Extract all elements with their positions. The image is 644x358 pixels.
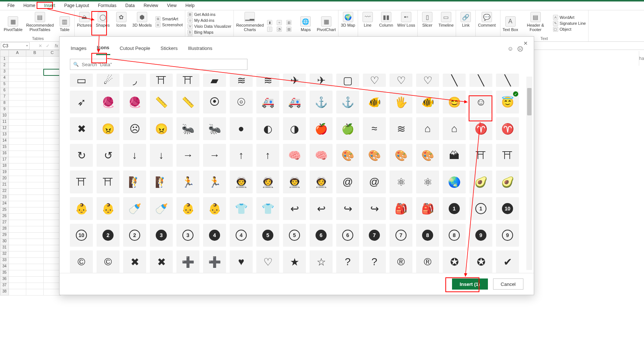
cell-A16[interactable] — [9, 151, 26, 157]
cell-C6[interactable] — [44, 88, 61, 94]
search-input[interactable] — [81, 61, 244, 68]
cell-A37[interactable] — [9, 283, 26, 289]
row-header-37[interactable]: 37 — [0, 283, 9, 289]
header-footer-button[interactable]: ▤Header & Footer — [522, 12, 549, 32]
cell-C14[interactable] — [44, 138, 61, 145]
row-header-19[interactable]: 19 — [0, 170, 9, 176]
cell-B12[interactable] — [26, 126, 44, 132]
icon-tile-h4[interactable]: ⛩ — [176, 74, 199, 87]
icon-tile-h2[interactable]: ◞ — [123, 74, 146, 87]
icon-tile-53[interactable]: 🧗 — [123, 170, 146, 193]
col-header-b[interactable]: B — [26, 50, 44, 57]
cell-C18[interactable] — [44, 163, 61, 170]
cell-A12[interactable] — [9, 126, 26, 132]
row-header-4[interactable]: 4 — [0, 75, 9, 82]
icon-tile-42[interactable]: 🧠 — [283, 144, 306, 167]
col-header-a[interactable]: A — [9, 50, 26, 57]
icon-tile-98[interactable]: 8 — [416, 224, 439, 247]
row-header-30[interactable]: 30 — [0, 239, 9, 245]
smartart-button[interactable]: ⧉SmartArt — [155, 16, 183, 21]
icon-tile-73[interactable]: 👶 — [203, 197, 226, 220]
recommended-charts-button[interactable]: ▁▂Recommended Charts — [236, 12, 263, 32]
icon-tile-h14[interactable]: ╲ — [443, 74, 466, 87]
cell-A25[interactable] — [9, 207, 26, 214]
icon-tile-2[interactable]: 🧶 — [123, 91, 146, 114]
row-header-20[interactable]: 20 — [0, 176, 9, 182]
icon-tile-56[interactable]: 🏃 — [203, 170, 226, 193]
dialog-tab-illustrations[interactable]: Illustrations — [187, 43, 213, 55]
row-header-10[interactable]: 10 — [0, 113, 9, 119]
cell-A19[interactable] — [9, 170, 26, 176]
fx-confirm-icon[interactable]: ✓ — [46, 43, 50, 48]
cell-C27[interactable] — [44, 220, 61, 226]
icon-tile-112[interactable]: ? — [336, 250, 359, 273]
fx-icon[interactable]: fx — [55, 43, 58, 48]
comment-button[interactable]: 💬Comment — [478, 12, 496, 27]
icon-tile-9[interactable]: ⚓ — [310, 91, 333, 114]
sparkline-winloss-button[interactable]: ▪▫Win/ Loss — [397, 12, 415, 27]
row-header-32[interactable]: 32 — [0, 251, 9, 258]
pivot-table-button[interactable]: ▦PivotTable — [4, 16, 23, 32]
icon-tile-116[interactable]: ✪ — [443, 250, 466, 273]
dialog-tab-stickers[interactable]: Stickers — [160, 43, 178, 55]
cell-C9[interactable] — [44, 107, 61, 113]
icon-tile-47[interactable]: 🎨 — [416, 144, 439, 167]
cell-C30[interactable] — [44, 239, 61, 245]
icon-tile-26[interactable]: 🍎 — [310, 117, 333, 140]
cell-A17[interactable] — [9, 157, 26, 163]
icon-tile-h6[interactable]: ≋ — [230, 74, 253, 87]
cell-A35[interactable] — [9, 270, 26, 277]
cell-A15[interactable] — [9, 145, 26, 151]
cell-A31[interactable] — [9, 245, 26, 251]
cell-C24[interactable] — [44, 201, 61, 207]
cell-A9[interactable] — [9, 107, 26, 113]
row-header-33[interactable]: 33 — [0, 258, 9, 264]
menu-view[interactable]: View — [163, 1, 181, 10]
sparkline-line-button[interactable]: 〰Line — [360, 12, 375, 27]
icon-tile-45[interactable]: 🎨 — [363, 144, 386, 167]
icon-tile-72[interactable]: 👶 — [176, 197, 199, 220]
cancel-button[interactable]: Cancel — [493, 278, 523, 290]
3d-models-button[interactable]: ⬢3D Models — [132, 12, 152, 27]
cell-A3[interactable] — [9, 69, 26, 75]
cell-C33[interactable] — [44, 258, 61, 264]
menu-file[interactable]: File — [3, 1, 19, 10]
icon-tile-0[interactable]: ➶ — [70, 91, 93, 114]
icon-tile-70[interactable]: 🍼 — [123, 197, 146, 220]
row-header-36[interactable]: 36 — [0, 277, 9, 283]
icon-tile-11[interactable]: 🐠 — [363, 91, 386, 114]
row-header-25[interactable]: 25 — [0, 207, 9, 214]
name-box[interactable]: C3 ▾ — [1, 42, 30, 50]
cell-A18[interactable] — [9, 163, 26, 170]
cell-C20[interactable] — [44, 176, 61, 182]
row-header-8[interactable]: 8 — [0, 101, 9, 107]
row-header-28[interactable]: 28 — [0, 226, 9, 233]
link-button[interactable]: 🔗Link — [458, 12, 473, 27]
icon-tile-81[interactable]: 🎒 — [416, 197, 439, 220]
icon-tile-18[interactable]: 😠 — [97, 117, 119, 140]
menu-formulas[interactable]: Formulas — [94, 1, 121, 10]
icon-tile-1[interactable]: 🧶 — [97, 91, 119, 114]
cell-B37[interactable] — [26, 283, 44, 289]
cell-C19[interactable] — [44, 170, 61, 176]
cell-A1[interactable] — [9, 57, 26, 63]
icon-tile-64[interactable]: ⚛ — [416, 170, 439, 193]
icon-tile-60[interactable]: 👩‍🚀 — [310, 170, 333, 193]
cell-B38[interactable] — [26, 289, 44, 295]
cell-B34[interactable] — [26, 264, 44, 270]
maps-button[interactable]: 🌐Maps — [298, 16, 313, 32]
icon-tile-67[interactable]: 🥑 — [496, 170, 519, 193]
scrollbar-thumb[interactable] — [527, 88, 532, 115]
cell-B36[interactable] — [26, 277, 44, 283]
icon-tile-94[interactable]: 6 — [310, 224, 333, 247]
col-header-c[interactable]: C — [44, 50, 61, 57]
chart-mini-3[interactable]: ⋮ — [267, 27, 272, 32]
cell-B33[interactable] — [26, 258, 44, 264]
cell-C15[interactable] — [44, 145, 61, 151]
cell-C29[interactable] — [44, 233, 61, 239]
cell-A13[interactable] — [9, 132, 26, 138]
cell-B14[interactable] — [26, 138, 44, 145]
cell-B29[interactable] — [26, 233, 44, 239]
menu-page-layout[interactable]: Page Layout — [60, 1, 93, 10]
icon-tile-95[interactable]: 6 — [336, 224, 359, 247]
